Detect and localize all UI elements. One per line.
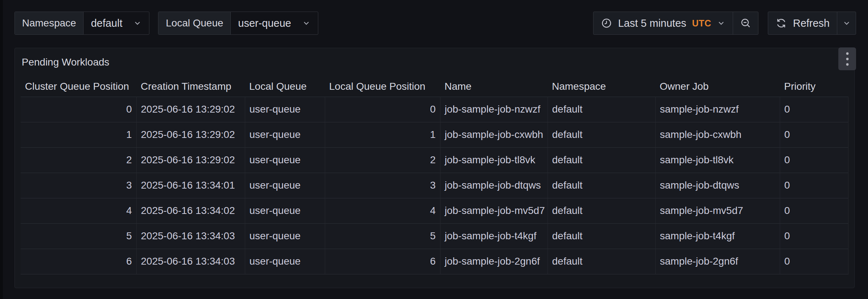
cell-namespace: default (548, 97, 655, 122)
cell-name: job-sample-job-mv5d7 (440, 198, 548, 223)
cell-creation-timestamp: 2025-06-16 13:29:02 (136, 97, 245, 122)
chevron-down-icon (717, 19, 726, 28)
cell-name: job-sample-job-2gn6f (440, 249, 548, 274)
variable-control-namespace: Namespace default (14, 12, 149, 35)
cell-cluster-queue-position: 2 (21, 147, 136, 173)
variable-namespace-label: Namespace (15, 12, 84, 34)
cell-owner-job: sample-job-nzwzf (655, 97, 780, 122)
pending-workloads-panel: Pending Workloads Cluster Queue Position… (14, 48, 855, 288)
cell-owner-job: sample-job-2gn6f (655, 249, 780, 274)
kebab-menu-icon (846, 52, 849, 66)
cell-cluster-queue-position: 1 (21, 122, 136, 147)
time-range-zoom-out-button[interactable] (733, 12, 758, 34)
cell-priority: 0 (780, 147, 848, 173)
table-row: 12025-06-16 13:29:02user-queue1job-sampl… (21, 122, 848, 147)
cell-cluster-queue-position: 0 (21, 97, 136, 122)
cell-owner-job: sample-job-cxwbh (655, 122, 780, 147)
dashboard-toolbar: Namespace default Local Queue user-queue… (14, 12, 856, 35)
table-body: 02025-06-16 13:29:02user-queue0job-sampl… (21, 97, 848, 274)
time-range-label: Last 5 minutes (618, 17, 686, 29)
cell-cluster-queue-position: 6 (21, 249, 136, 274)
table-row: 52025-06-16 13:34:03user-queue5job-sampl… (21, 223, 848, 249)
timezone-badge: UTC (692, 18, 711, 29)
cell-local-queue-position: 5 (325, 223, 440, 249)
cell-priority: 0 (780, 122, 848, 147)
cell-creation-timestamp: 2025-06-16 13:34:01 (136, 173, 245, 198)
cell-local-queue-position: 0 (325, 97, 440, 122)
cell-priority: 0 (780, 198, 848, 223)
table-header-row: Cluster Queue PositionCreation Timestamp… (21, 76, 848, 97)
clock-icon (601, 17, 612, 29)
cell-local-queue: user-queue (245, 198, 325, 223)
page-left-edge (0, 0, 3, 299)
cell-local-queue: user-queue (245, 223, 325, 249)
chevron-down-icon (302, 19, 311, 28)
cell-owner-job: sample-job-t4kgf (655, 223, 780, 249)
refresh-button[interactable]: Refresh (768, 12, 837, 34)
cell-local-queue-position: 2 (325, 147, 440, 173)
variable-control-local-queue: Local Queue user-queue (158, 12, 318, 35)
refresh-interval-dropdown-button[interactable] (837, 12, 856, 34)
cell-name: job-sample-job-dtqws (440, 173, 548, 198)
cell-cluster-queue-position: 3 (21, 173, 136, 198)
cell-local-queue: user-queue (245, 147, 325, 173)
table-row: 42025-06-16 13:34:02user-queue4job-sampl… (21, 198, 848, 223)
cell-cluster-queue-position: 4 (21, 198, 136, 223)
search-minus-icon (740, 17, 752, 29)
cell-local-queue: user-queue (245, 97, 325, 122)
variable-namespace-value: default (91, 17, 122, 29)
cell-local-queue-position: 6 (325, 249, 440, 274)
column-header-cluster-queue-position[interactable]: Cluster Queue Position (21, 76, 136, 97)
time-range-picker-button[interactable]: Last 5 minutes UTC (593, 12, 733, 34)
variable-local-queue-value: user-queue (238, 17, 291, 29)
cell-namespace: default (548, 122, 655, 147)
cell-priority: 0 (780, 173, 848, 198)
cell-namespace: default (548, 249, 655, 274)
column-header-local-queue-position[interactable]: Local Queue Position (325, 76, 440, 97)
cell-name: job-sample-job-cxwbh (440, 122, 548, 147)
panel-title[interactable]: Pending Workloads (22, 56, 109, 68)
cell-namespace: default (548, 173, 655, 198)
column-header-owner-job[interactable]: Owner Job (655, 76, 780, 97)
sync-icon (775, 17, 787, 29)
cell-local-queue: user-queue (245, 173, 325, 198)
cell-creation-timestamp: 2025-06-16 13:34:02 (136, 198, 245, 223)
cell-local-queue: user-queue (245, 122, 325, 147)
cell-local-queue-position: 4 (325, 198, 440, 223)
cell-owner-job: sample-job-dtqws (655, 173, 780, 198)
cell-namespace: default (548, 223, 655, 249)
toolbar-right-controls: Last 5 minutes UTC Refr (593, 12, 856, 35)
column-header-creation-timestamp[interactable]: Creation Timestamp (136, 76, 245, 97)
column-header-name[interactable]: Name (440, 76, 548, 97)
refresh-button-group: Refresh (768, 12, 856, 35)
panel-menu-button[interactable] (838, 47, 856, 70)
panel-header: Pending Workloads (15, 48, 854, 76)
time-controls-group: Last 5 minutes UTC (593, 12, 759, 35)
variable-local-queue-select[interactable]: user-queue (231, 12, 318, 34)
column-header-priority[interactable]: Priority (780, 76, 848, 97)
cell-namespace: default (548, 147, 655, 173)
cell-creation-timestamp: 2025-06-16 13:34:03 (136, 223, 245, 249)
cell-priority: 0 (780, 223, 848, 249)
refresh-button-label: Refresh (793, 17, 830, 29)
chevron-down-icon (842, 19, 851, 28)
column-header-namespace[interactable]: Namespace (548, 76, 655, 97)
column-header-local-queue[interactable]: Local Queue (245, 76, 325, 97)
variable-namespace-select[interactable]: default (84, 12, 149, 34)
chevron-down-icon (133, 19, 142, 28)
cell-cluster-queue-position: 5 (21, 223, 136, 249)
table-row: 22025-06-16 13:29:02user-queue2job-sampl… (21, 147, 848, 173)
cell-local-queue: user-queue (245, 249, 325, 274)
cell-name: job-sample-job-tl8vk (440, 147, 548, 173)
cell-owner-job: sample-job-tl8vk (655, 147, 780, 173)
cell-creation-timestamp: 2025-06-16 13:29:02 (136, 147, 245, 173)
cell-local-queue-position: 1 (325, 122, 440, 147)
cell-creation-timestamp: 2025-06-16 13:29:02 (136, 122, 245, 147)
cell-owner-job: sample-job-mv5d7 (655, 198, 780, 223)
table-row: 02025-06-16 13:29:02user-queue0job-sampl… (21, 97, 848, 122)
cell-name: job-sample-job-nzwzf (440, 97, 548, 122)
cell-name: job-sample-job-t4kgf (440, 223, 548, 249)
table-row: 32025-06-16 13:34:01user-queue3job-sampl… (21, 173, 848, 198)
cell-priority: 0 (780, 249, 848, 274)
cell-local-queue-position: 3 (325, 173, 440, 198)
